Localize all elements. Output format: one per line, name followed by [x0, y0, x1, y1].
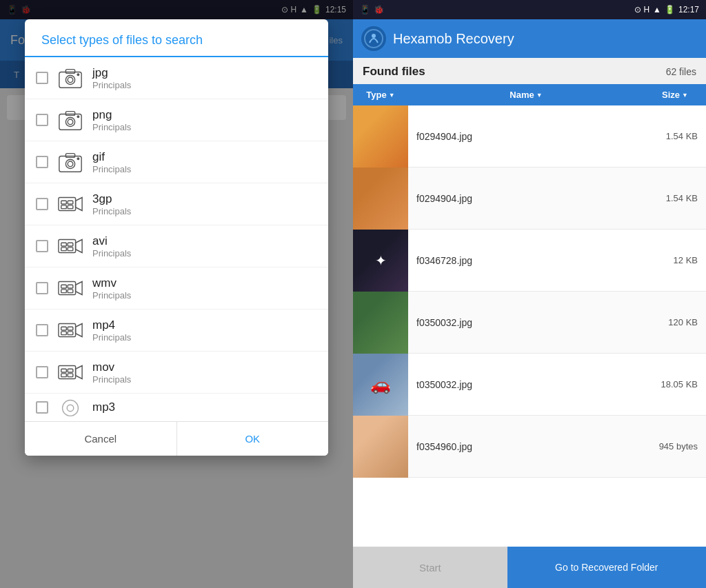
- file-rows: f0294904.jpg 1.54 KB f0294904.jpg 1.54 K…: [353, 105, 706, 547]
- bug-icon-right: 🐞: [374, 5, 384, 14]
- file-type-name: 3gp: [92, 192, 317, 206]
- file-name: f0294904.jpg: [408, 193, 644, 204]
- dialog-overlay: Select types of files to search: [0, 0, 353, 588]
- file-size: 1.54 KB: [644, 131, 706, 141]
- table-row[interactable]: f0350032.jpg 120 KB: [353, 292, 706, 354]
- file-type-dialog: Select types of files to search: [25, 19, 328, 456]
- svg-rect-37: [61, 332, 67, 335]
- found-files-title: Found files: [363, 65, 425, 79]
- file-name: t0350032.jpg: [408, 379, 644, 390]
- svg-rect-43: [61, 374, 67, 377]
- table-row[interactable]: f0294904.jpg 1.54 KB: [353, 105, 706, 168]
- file-thumbnail: [353, 168, 408, 230]
- file-type-sub: Principals: [92, 248, 317, 258]
- file-type-sub: Principals: [92, 80, 317, 90]
- file-type-sub: Principals: [92, 374, 317, 385]
- file-type-info-png: png Principals: [92, 108, 317, 132]
- file-type-info-3gp: 3gp Principals: [92, 192, 317, 216]
- svg-point-7: [68, 119, 73, 125]
- file-type-info-gif: gif Principals: [92, 150, 317, 174]
- checkbox-mp4[interactable]: [36, 324, 48, 336]
- file-type-info-mp3: mp3: [92, 401, 317, 414]
- th-type[interactable]: Type ▼: [353, 90, 408, 100]
- start-button[interactable]: Start: [353, 547, 507, 588]
- list-item[interactable]: jpg Principals: [25, 57, 328, 99]
- file-type-name: mov: [92, 361, 317, 374]
- ok-button[interactable]: OK: [177, 422, 329, 456]
- checkbox-jpg[interactable]: [36, 72, 48, 84]
- file-type-sub: Principals: [92, 164, 317, 174]
- svg-rect-44: [68, 374, 73, 377]
- svg-point-2: [68, 77, 73, 83]
- list-item[interactable]: avi Principals: [25, 225, 328, 267]
- file-size: 1.54 KB: [644, 193, 706, 203]
- svg-point-11: [65, 159, 74, 168]
- svg-rect-25: [61, 247, 67, 251]
- status-bar-right: 📱 🐞 ⊙ H ▲ 🔋 12:17: [353, 0, 706, 19]
- list-item[interactable]: mp3: [25, 394, 328, 421]
- table-row[interactable]: f0346728.jpg 12 KB: [353, 230, 706, 292]
- svg-rect-31: [61, 290, 67, 293]
- file-size: 120 KB: [644, 317, 706, 327]
- svg-rect-24: [68, 243, 73, 246]
- file-type-name: jpg: [92, 66, 317, 80]
- table-row[interactable]: f0354960.jpg 945 bytes: [353, 416, 706, 478]
- file-thumbnail: [353, 354, 408, 416]
- list-item[interactable]: mp4 Principals: [25, 310, 328, 352]
- file-type-info-mov: mov Principals: [92, 361, 317, 385]
- app-logo: [361, 26, 386, 51]
- left-panel: 📱 🐞 ⊙ H ▲ 🔋 12:15 Fo... iles T Select ty…: [0, 0, 353, 588]
- checkbox-mp3[interactable]: [36, 401, 48, 414]
- svg-point-48: [372, 34, 376, 38]
- svg-point-14: [77, 157, 80, 160]
- sort-arrow-name: ▼: [536, 92, 543, 99]
- file-size: 12 KB: [644, 255, 706, 265]
- checkbox-wmv[interactable]: [36, 282, 48, 294]
- file-size: 945 bytes: [644, 441, 706, 452]
- svg-rect-8: [65, 112, 74, 116]
- time-right: 12:17: [678, 5, 699, 14]
- network-icon-right: ▲: [653, 5, 661, 14]
- th-name[interactable]: Name ▼: [408, 90, 644, 100]
- checkbox-3gp[interactable]: [36, 198, 48, 210]
- svg-marker-16: [76, 198, 83, 211]
- file-type-sub: Principals: [92, 206, 317, 216]
- svg-point-46: [67, 405, 74, 412]
- checkbox-mov[interactable]: [36, 366, 48, 378]
- list-item[interactable]: mov Principals: [25, 352, 328, 394]
- app-title: Hexamob Recovery: [393, 31, 514, 47]
- file-type-info-mp4: mp4 Principals: [92, 318, 317, 343]
- status-icons-right: 📱 🐞: [360, 5, 384, 14]
- cancel-button[interactable]: Cancel: [25, 422, 176, 456]
- checkbox-png[interactable]: [36, 114, 48, 126]
- recovered-folder-button[interactable]: Go to Recovered Folder: [507, 547, 706, 588]
- sort-arrow-size: ▼: [682, 92, 688, 99]
- signal-icon-right: ⊙ H: [634, 5, 649, 14]
- battery-icon-right: 🔋: [665, 5, 675, 14]
- checkbox-avi[interactable]: [36, 240, 48, 252]
- list-item[interactable]: png Principals: [25, 99, 328, 141]
- list-item[interactable]: 3gp Principals: [25, 183, 328, 225]
- file-type-sub: Principals: [92, 332, 317, 343]
- svg-rect-23: [61, 243, 67, 246]
- file-thumbnail: [353, 230, 408, 292]
- svg-marker-34: [76, 324, 83, 337]
- file-type-info-wmv: wmv Principals: [92, 276, 317, 301]
- table-row[interactable]: f0294904.jpg 1.54 KB: [353, 168, 706, 230]
- svg-rect-30: [68, 285, 73, 288]
- list-item[interactable]: wmv Principals: [25, 267, 328, 310]
- checkbox-gif[interactable]: [36, 156, 48, 168]
- file-thumbnail: [353, 416, 408, 478]
- list-item[interactable]: gif Principals: [25, 141, 328, 183]
- bottom-buttons: Start Go to Recovered Folder: [353, 547, 706, 588]
- video-icon-3gp: [57, 190, 84, 218]
- file-name: f0354960.jpg: [408, 441, 644, 452]
- file-type-name: mp4: [92, 318, 317, 332]
- table-header: Type ▼ Name ▼ Size ▼: [353, 84, 706, 105]
- th-size[interactable]: Size ▼: [644, 90, 706, 100]
- svg-rect-26: [68, 247, 73, 251]
- table-row[interactable]: t0350032.jpg 18.05 KB: [353, 354, 706, 416]
- file-name: f0294904.jpg: [408, 131, 644, 142]
- file-thumbnail: [353, 292, 408, 354]
- svg-rect-3: [65, 70, 74, 74]
